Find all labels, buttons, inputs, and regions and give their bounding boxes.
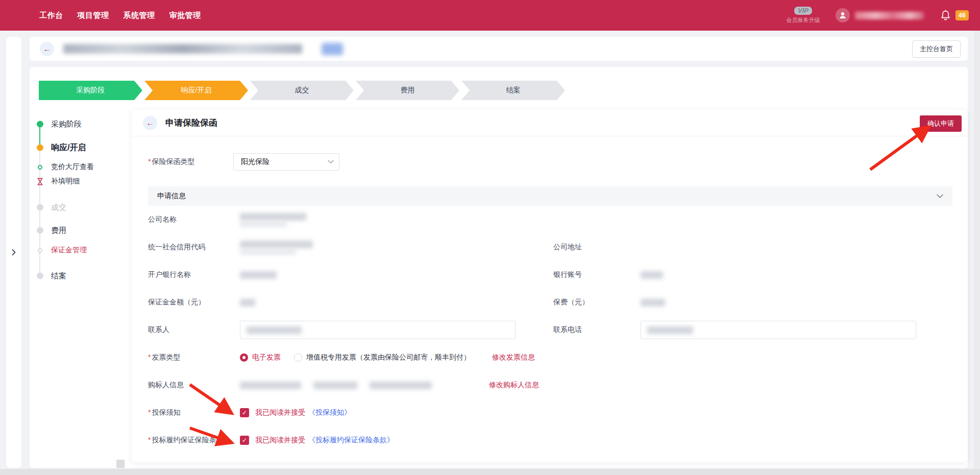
pending-dot-icon [34,273,46,279]
timeline-item-fill-details[interactable]: 补填明细 [34,177,80,186]
row-buyer-info: 购标人信息 修改购标人信息 [148,371,968,399]
phone-value-redacted [647,326,693,334]
status-tag-redacted [322,43,343,55]
deposit-value-redacted [240,299,255,306]
buyer-info-label: 购标人信息 [148,381,240,390]
form-header: ← 申请保险保函 确认申请 [132,110,968,136]
content-row: 采购阶段 响应/开启 竞价大厅查看 补填明细 成交 [30,110,968,468]
terms-checkbox[interactable]: ✓ [240,436,249,445]
row-contacts: 联系人 联系电话 [148,316,968,344]
insurance-guarantee-form: ← 申请保险保函 确认申请 *保险保函类型 阳光保险 申请信息 [132,110,968,462]
radio-vat-invoice[interactable] [294,353,302,362]
vertical-scrollbar[interactable] [974,31,980,469]
contact-phone-label: 联系电话 [553,325,641,335]
timeline-item-fees[interactable]: 费用 [34,226,66,235]
credit-code-value-redacted [240,241,313,248]
timeline-item-bidding-hall[interactable]: 竞价大厅查看 [34,162,94,172]
contact-label: 联系人 [148,325,240,335]
step-procurement[interactable]: 采购阶段 [39,81,142,100]
contact-input[interactable] [240,321,516,339]
console-home-button[interactable]: 主控台首页 [912,40,961,58]
guarantee-type-label: *保险保函类型 [148,157,233,167]
section-title: 申请信息 [157,192,186,201]
page-header-card: ← 主控台首页 [30,37,968,61]
top-nav: 工作台 项目管理 系统管理 审批管理 VIP 会员服务升级 46 [0,0,980,31]
step-fees[interactable]: 费用 [356,81,459,100]
chevron-right-icon [12,249,16,255]
pending-dot-icon [34,204,46,211]
nav-item-system-mgmt[interactable]: 系统管理 [124,11,155,20]
ring-icon [34,248,46,253]
row-company-name: 公司名称 [148,206,968,233]
check-icon: ✓ [242,409,247,416]
timeline-item-closing[interactable]: 结案 [34,271,66,281]
username-redacted [855,12,924,19]
notice-doc-link[interactable]: 《投保须知》 [308,408,351,417]
notification-bell-icon[interactable] [940,10,951,21]
terms-agree-text: 我已阅读并接受 [255,436,305,445]
nav-item-workbench[interactable]: 工作台 [39,11,63,20]
notice-checkbox[interactable]: ✓ [240,408,249,417]
vip-upgrade[interactable]: VIP 会员服务升级 [787,7,820,24]
deposit-amount-label: 保证金金额（元） [148,298,240,307]
timeline-item-procurement[interactable]: 采购阶段 [34,120,82,129]
content-panel: 采购阶段 响应/开启 成交 费用 结案 采购阶段 响应/开启 竞价大厅查看 [30,67,968,468]
bank-name-value-redacted [240,271,277,279]
form-body: *保险保函类型 阳光保险 申请信息 公司名称 [132,152,968,454]
step-deal[interactable]: 成交 [250,81,354,100]
horizontal-scrollbar[interactable] [0,469,980,475]
notification-count-badge[interactable]: 46 [955,10,969,20]
step-closing[interactable]: 结案 [461,81,565,100]
step-progress-bar: 采购阶段 响应/开启 成交 费用 结案 [39,81,565,100]
application-info-section-header[interactable]: 申请信息 [148,186,952,206]
row-insurance-notice: *投保须知 ✓ 我已阅读并接受 《投保须知》 [148,399,968,426]
edit-invoice-link[interactable]: 修改发票信息 [492,353,535,362]
project-title-redacted [63,44,302,54]
invoice-type-label: *发票类型 [148,353,240,362]
confirm-apply-button[interactable]: 确认申请 [920,115,962,132]
nav-item-approval-mgmt[interactable]: 审批管理 [169,11,201,20]
radio-electronic-invoice[interactable] [240,353,248,362]
timeline-item-deposit-mgmt[interactable]: 保证金管理 [34,246,87,255]
bank-account-value-redacted [641,271,663,279]
avatar[interactable] [836,8,850,22]
row-bank: 开户银行名称 银行账号 [148,261,968,289]
chevron-down-icon [937,194,943,199]
row-amounts: 保证金金额（元） 保费（元） [148,289,968,316]
stage-timeline: 采购阶段 响应/开启 竞价大厅查看 补填明细 成交 [30,110,132,462]
form-title: 申请保险保函 [165,117,217,129]
electronic-invoice-label[interactable]: 电子发票 [252,353,281,362]
row-invoice-type: *发票类型 电子发票 增值税专用发票（发票由保险公司邮寄，顺丰到付） 修改发票信… [148,344,968,371]
nav-item-project-mgmt[interactable]: 项目管理 [78,11,109,20]
check-icon: ✓ [242,437,247,444]
active-dot-icon [34,145,46,151]
terms-label: *投标履约保证保险条款 [148,436,240,445]
vip-caption: 会员服务升级 [787,16,820,24]
contact-value-redacted [247,326,302,334]
user-icon [839,11,847,19]
buyer-value-redacted [313,382,357,389]
guarantee-type-select[interactable]: 阳光保险 [233,153,339,171]
terms-doc-link[interactable]: 《投标履约保证保险条款》 [308,436,394,445]
credit-code-label: 统一社会信用代码 [148,243,240,252]
timeline-item-response-open[interactable]: 响应/开启 [34,142,86,153]
buyer-value-redacted [240,382,301,389]
vat-invoice-label[interactable]: 增值税专用发票（发票由保险公司邮寄，顺丰到付） [306,353,471,362]
premium-value-redacted [641,299,665,306]
row-credit-code-address: 统一社会信用代码 公司地址 [148,233,968,261]
bank-account-label: 银行账号 [553,270,641,279]
step-response-open[interactable]: 响应/开启 [144,81,248,100]
timeline-item-deal[interactable]: 成交 [34,203,66,212]
main-menu: 工作台 项目管理 系统管理 审批管理 [39,11,201,20]
buyer-value-redacted [370,382,432,389]
nav-right-cluster: VIP 会员服务升级 46 [787,7,969,24]
row-performance-terms: *投标履约保证保险条款 ✓ 我已阅读并接受 《投标履约保证保险条款》 [148,426,968,454]
scrollbar-thumb[interactable] [116,460,125,468]
back-button[interactable]: ← [40,42,54,56]
guarantee-type-row: *保险保函类型 阳光保险 [148,152,968,172]
form-back-button[interactable]: ← [143,116,157,130]
sidebar-expander[interactable] [6,37,21,468]
contact-phone-input[interactable] [641,321,916,339]
edit-buyer-link[interactable]: 修改购标人信息 [489,381,539,390]
company-name-label: 公司名称 [148,215,240,224]
